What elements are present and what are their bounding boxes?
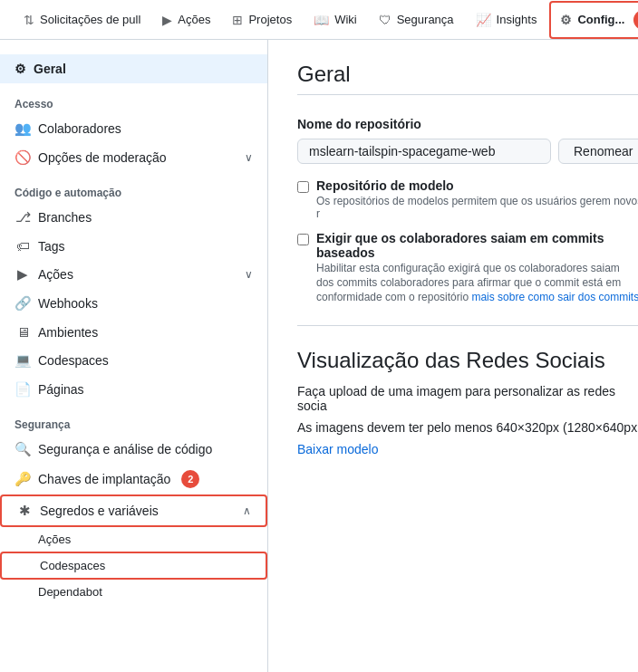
nav-wiki-label: Wiki — [334, 13, 357, 26]
signoff-desc3: conformidade com o repositório mais sobr… — [316, 291, 638, 303]
signoff-link[interactable]: mais sobre como sair dos commits. — [471, 291, 638, 303]
sidebar-section-code: Código e automação — [0, 179, 267, 203]
sidebar-sub-dependabot[interactable]: Dependabot — [0, 580, 267, 604]
nav-insights[interactable]: 📈 Insights — [467, 5, 546, 34]
nav-config[interactable]: ⚙ Config... 1 — [549, 1, 638, 39]
sidebar: ⚙ Geral Acesso 👥 Colaboradores 🚫 Opções … — [0, 40, 268, 672]
nav-wiki[interactable]: 📖 Wiki — [304, 5, 366, 34]
social-desc: Faça upload de uma imagem para personali… — [297, 384, 638, 413]
sidebar-sub-codespaces[interactable]: Codespaces — [0, 552, 267, 580]
signoff-checkbox[interactable] — [297, 234, 309, 245]
sub-dependabot-label: Dependabot — [38, 585, 102, 599]
template-repo-label: Repositório de modelo — [316, 178, 638, 193]
repo-name-row: mslearn-tailspin-spacegame-web Renomear — [297, 139, 638, 164]
sidebar-sub-acoes[interactable]: Ações — [0, 527, 267, 552]
sidebar-item-tags[interactable]: 🏷 Tags — [0, 232, 267, 260]
pull-requests-icon: ⇅ — [24, 13, 34, 27]
signoff-desc1: Habilitar esta configuração exigirá que … — [316, 262, 638, 274]
deploy-keys-label: Chaves de implantação — [38, 472, 170, 486]
nav-insights-label: Insights — [497, 13, 537, 26]
signoff-desc2: dos commits colaboradores para afirmar q… — [316, 276, 638, 289]
config-icon: ⚙ — [560, 13, 572, 27]
deploy-keys-icon: 🔑 — [14, 471, 31, 487]
moderation-label: Opções de moderação — [38, 150, 167, 165]
template-repo-desc: Os repositórios de modelos permitem que … — [316, 195, 638, 220]
environments-icon: 🖥 — [14, 324, 31, 340]
sidebar-item-codespaces[interactable]: 💻 Codespaces — [0, 346, 267, 375]
acoes-chevron: ∨ — [245, 268, 253, 281]
deploy-keys-badge: 2 — [181, 470, 199, 488]
insights-icon: 📈 — [476, 13, 491, 27]
paginas-icon: 📄 — [14, 381, 31, 398]
sub-acoes-label: Ações — [38, 533, 71, 546]
paginas-label: Páginas — [38, 382, 84, 397]
social-title: Visualização das Redes Sociais — [297, 348, 638, 373]
webhooks-icon: 🔗 — [14, 295, 31, 312]
webhooks-label: Webhooks — [38, 296, 98, 311]
tags-label: Tags — [38, 239, 65, 254]
nav-config-label: Config... — [577, 13, 624, 26]
layout: ⚙ Geral Acesso 👥 Colaboradores 🚫 Opções … — [0, 40, 638, 672]
environments-label: Ambientes — [38, 325, 98, 340]
branches-icon: ⎇ — [14, 209, 31, 226]
signoff-label: Exigir que os colaboradores saiam em com… — [316, 231, 638, 260]
section-divider — [297, 325, 638, 326]
social-link[interactable]: Baixar modelo — [297, 442, 379, 456]
config-badge: 1 — [633, 10, 638, 30]
nav-security[interactable]: 🛡 Segurança — [370, 5, 463, 34]
sidebar-geral-label: Geral — [34, 62, 66, 76]
template-repo-checkbox[interactable] — [297, 181, 309, 193]
signoff-row: Exigir que os colaboradores saiam em com… — [297, 231, 638, 303]
acoes-icon: ▶ — [14, 266, 31, 283]
sidebar-item-environments[interactable]: 🖥 Ambientes — [0, 318, 267, 346]
template-repo-row: Repositório de modelo Os repositórios de… — [297, 178, 638, 220]
nav-actions[interactable]: ▶ Ações — [153, 5, 219, 34]
nav-pull-requests[interactable]: ⇅ Solicitações de pull — [14, 5, 150, 34]
tags-icon: 🏷 — [14, 238, 31, 254]
page-title: Geral — [297, 62, 638, 95]
acoes-label: Ações — [38, 267, 73, 282]
sidebar-item-moderation[interactable]: 🚫 Opções de moderação ∨ — [0, 143, 267, 172]
projects-icon: ⊞ — [232, 13, 243, 27]
sidebar-item-geral[interactable]: ⚙ Geral — [0, 54, 267, 83]
collaborators-label: Colaboradores — [38, 121, 121, 136]
social-note: As imagens devem ter pelo menos 640×320p… — [297, 420, 638, 435]
repo-name-input[interactable]: mslearn-tailspin-spacegame-web — [297, 139, 551, 164]
sidebar-item-branches[interactable]: ⎇ Branches — [0, 203, 267, 232]
signoff-info: Exigir que os colaboradores saiam em com… — [316, 231, 638, 303]
nav-actions-label: Ações — [178, 13, 210, 26]
main-content: Geral Nome do repositório mslearn-tailsp… — [268, 40, 638, 672]
geral-icon: ⚙ — [14, 62, 26, 76]
sub-codespaces-label: Codespaces — [40, 559, 105, 572]
sidebar-item-security-analysis[interactable]: 🔍 Segurança e análise de código — [0, 435, 267, 464]
sidebar-item-paginas[interactable]: 📄 Páginas — [0, 375, 267, 404]
codespaces-icon: 💻 — [14, 352, 31, 369]
sidebar-item-secrets[interactable]: ✱ Segredos e variáveis ∧ — [0, 494, 267, 527]
secrets-label: Segredos e variáveis — [40, 504, 159, 518]
sidebar-section-acesso: Acesso — [0, 91, 267, 114]
sidebar-item-acoes[interactable]: ▶ Ações ∨ — [0, 260, 267, 289]
collaborators-icon: 👥 — [14, 120, 31, 137]
moderation-icon: 🚫 — [14, 149, 31, 166]
nav-pull-requests-label: Solicitações de pull — [40, 13, 140, 26]
template-repo-info: Repositório de modelo Os repositórios de… — [316, 178, 638, 220]
actions-icon: ▶ — [162, 13, 172, 27]
nav-security-label: Segurança — [397, 13, 454, 26]
codespaces-label: Codespaces — [38, 353, 109, 368]
security-icon: 🛡 — [379, 13, 392, 27]
sidebar-item-webhooks[interactable]: 🔗 Webhooks — [0, 289, 267, 318]
sidebar-item-deploy-keys[interactable]: 🔑 Chaves de implantação 2 — [0, 464, 267, 494]
repo-name-label: Nome do repositório — [297, 117, 638, 131]
nav-projects[interactable]: ⊞ Projetos — [223, 5, 301, 34]
secrets-chevron: ∧ — [243, 504, 251, 517]
sidebar-section-security: Segurança — [0, 411, 267, 435]
wiki-icon: 📖 — [314, 13, 329, 27]
sidebar-item-collaborators[interactable]: 👥 Colaboradores — [0, 114, 267, 143]
security-analysis-label: Segurança e análise de código — [38, 442, 212, 456]
branches-label: Branches — [38, 210, 92, 225]
rename-button[interactable]: Renomear — [558, 139, 638, 164]
secrets-icon: ✱ — [16, 503, 33, 519]
moderation-chevron: ∨ — [245, 151, 253, 164]
security-analysis-icon: 🔍 — [14, 441, 31, 457]
nav-projects-label: Projetos — [248, 13, 292, 26]
